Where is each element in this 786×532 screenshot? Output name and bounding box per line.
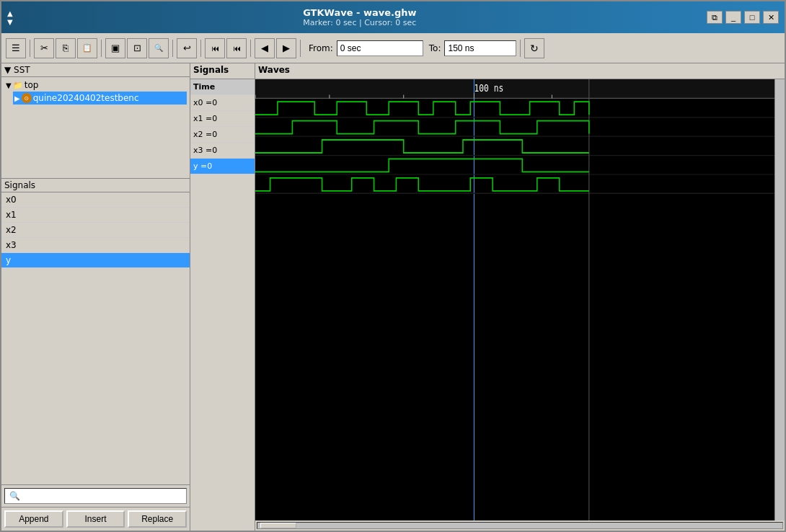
search-area bbox=[1, 484, 190, 507]
copy-icon: ⎘ bbox=[63, 43, 69, 53]
window-subtitle: Marker: 0 sec | Cursor: 0 sec bbox=[13, 18, 707, 27]
wave-y-label: y =0 bbox=[193, 161, 212, 171]
append-button[interactable]: Append bbox=[4, 510, 63, 528]
window-controls: ⧉ _ □ ✕ bbox=[707, 11, 779, 24]
sst-section: ▼ SST ▼ 📁 top ▶ ⊙ quine20240402testbenc bbox=[1, 63, 190, 179]
v-scrollbar[interactable] bbox=[774, 79, 785, 520]
scroll-corner bbox=[190, 520, 255, 531]
tree-item-arrow: ▶ bbox=[14, 94, 20, 102]
waves-col-header: Waves bbox=[255, 63, 785, 79]
sst-header: ▼ SST bbox=[1, 63, 190, 77]
toolbar: ✂ ⎘ 📋 ▣ ⊡ 🔍 ↩ ⏮ ⏭ ◀ ▶ From: To: ↻ bbox=[1, 33, 785, 63]
signals-col-header: Signals bbox=[190, 63, 255, 79]
tree-item-top[interactable]: ▼ 📁 top bbox=[4, 79, 187, 92]
signal-item-y[interactable]: y bbox=[1, 253, 190, 268]
prev-fast-icon: ⏭ bbox=[233, 44, 241, 53]
window-title: GTKWave - wave.ghw bbox=[13, 7, 707, 18]
undo-icon: ↩ bbox=[183, 43, 191, 53]
signals-list: x0 x1 x2 x3 y bbox=[1, 192, 190, 484]
hamburger-icon bbox=[12, 43, 20, 53]
wave-row-x3[interactable]: x3 =0 bbox=[190, 143, 255, 159]
bottom-scrollbar-row bbox=[190, 520, 785, 531]
left-panel: ▼ SST ▼ 📁 top ▶ ⊙ quine20240402testbenc bbox=[1, 63, 190, 531]
sep1 bbox=[30, 40, 30, 57]
wave-x1-label: x1 =0 bbox=[193, 114, 217, 123]
zoom-sel-icon: 🔍 bbox=[154, 44, 163, 52]
zoom-fit-button[interactable]: ⊡ bbox=[127, 38, 147, 58]
prev-fast-button[interactable]: ⏭ bbox=[226, 38, 247, 58]
replace-button[interactable]: Replace bbox=[128, 510, 187, 528]
h-scrollbar-thumb[interactable] bbox=[260, 523, 296, 528]
signal-item-x1[interactable]: x1 bbox=[1, 208, 190, 223]
title-bar-left: ▲ ▼ bbox=[7, 9, 13, 26]
svg-text:100 ns: 100 ns bbox=[474, 83, 503, 94]
wave-x0-label: x0 =0 bbox=[193, 98, 217, 107]
sst-collapse-arrow[interactable]: ▼ bbox=[4, 65, 11, 75]
signal-name-x3: x3 bbox=[6, 240, 17, 250]
maximize-button[interactable]: □ bbox=[744, 11, 760, 24]
tree-collapse-arrow: ▼ bbox=[6, 81, 12, 89]
menu-button[interactable] bbox=[6, 38, 26, 58]
sst-label: SST bbox=[14, 65, 30, 75]
signal-name-x0: x0 bbox=[6, 195, 17, 205]
zoom-sel-button[interactable]: 🔍 bbox=[149, 38, 169, 58]
cut-button[interactable]: ✂ bbox=[34, 38, 54, 58]
wave-row-x0[interactable]: x0 =0 bbox=[190, 95, 255, 111]
to-input[interactable] bbox=[444, 40, 516, 56]
close-button[interactable]: ✕ bbox=[763, 11, 779, 24]
signal-item-x0[interactable]: x0 bbox=[1, 192, 190, 208]
back-button[interactable]: ◀ bbox=[255, 38, 275, 58]
reload-icon: ↻ bbox=[530, 43, 539, 54]
svg-rect-1 bbox=[255, 79, 774, 98]
wave-canvas-svg: 100 ns bbox=[255, 79, 774, 520]
signal-item-x3[interactable]: x3 bbox=[1, 238, 190, 253]
wave-row-y[interactable]: y =0 bbox=[190, 159, 255, 174]
time-label: Time bbox=[193, 82, 215, 92]
sep6 bbox=[300, 40, 301, 57]
reload-button[interactable]: ↻ bbox=[524, 38, 544, 58]
search-input[interactable] bbox=[4, 488, 187, 504]
sep4 bbox=[200, 40, 201, 57]
wave-row-x2[interactable]: x2 =0 bbox=[190, 127, 255, 143]
main-window: ▲ ▼ GTKWave - wave.ghw Marker: 0 sec | C… bbox=[0, 0, 786, 532]
back-icon: ◀ bbox=[261, 43, 268, 53]
main-area: ▼ SST ▼ 📁 top ▶ ⊙ quine20240402testbenc bbox=[1, 63, 785, 531]
signals-header: Signals bbox=[1, 179, 190, 192]
forward-icon: ▶ bbox=[283, 43, 290, 53]
copy-button[interactable]: ⎘ bbox=[56, 38, 76, 58]
insert-button[interactable]: Insert bbox=[66, 510, 125, 528]
select-all-button[interactable]: ▣ bbox=[105, 38, 125, 58]
tree-top-label: top bbox=[25, 80, 39, 90]
wave-x3-label: x3 =0 bbox=[193, 146, 217, 155]
cut-icon: ✂ bbox=[40, 43, 48, 53]
minimize-button[interactable]: _ bbox=[725, 11, 741, 24]
wave-canvas-container[interactable]: 100 ns bbox=[255, 79, 774, 520]
waves-area: Time x0 =0 x1 =0 x2 =0 x3 =0 y bbox=[190, 79, 785, 520]
from-label: From: bbox=[309, 43, 333, 53]
sep7 bbox=[520, 40, 521, 57]
tree-item-testbench[interactable]: ▶ ⊙ quine20240402testbenc bbox=[13, 92, 187, 105]
sep5 bbox=[250, 40, 251, 57]
signals-label: Signals bbox=[4, 180, 35, 190]
title-bar-center: GTKWave - wave.ghw Marker: 0 sec | Curso… bbox=[13, 7, 707, 27]
sst-tree: ▼ 📁 top ▶ ⊙ quine20240402testbenc bbox=[1, 77, 190, 106]
zoom-fit-icon: ⊡ bbox=[133, 43, 141, 53]
wave-row-x1[interactable]: x1 =0 bbox=[190, 111, 255, 127]
restore-button[interactable]: ⧉ bbox=[707, 11, 723, 24]
first-button[interactable]: ⏮ bbox=[205, 38, 225, 58]
signal-names-col: Time x0 =0 x1 =0 x2 =0 x3 =0 y bbox=[190, 79, 255, 520]
to-label: To: bbox=[429, 43, 441, 53]
signal-name-x2: x2 bbox=[6, 225, 17, 235]
forward-button[interactable]: ▶ bbox=[276, 38, 296, 58]
tree-child-label: quine20240402testbenc bbox=[33, 93, 139, 103]
h-scrollbar[interactable] bbox=[257, 522, 783, 529]
paste-icon: 📋 bbox=[82, 43, 92, 53]
window-arrows[interactable]: ▲ ▼ bbox=[7, 9, 13, 26]
signal-item-x2[interactable]: x2 bbox=[1, 223, 190, 238]
undo-button[interactable]: ↩ bbox=[177, 38, 197, 58]
folder-icon: 📁 bbox=[13, 81, 23, 90]
paste-button[interactable]: 📋 bbox=[77, 38, 97, 58]
from-input[interactable] bbox=[337, 40, 423, 56]
select-all-icon: ▣ bbox=[111, 43, 120, 53]
bottom-buttons: Append Insert Replace bbox=[1, 507, 190, 531]
